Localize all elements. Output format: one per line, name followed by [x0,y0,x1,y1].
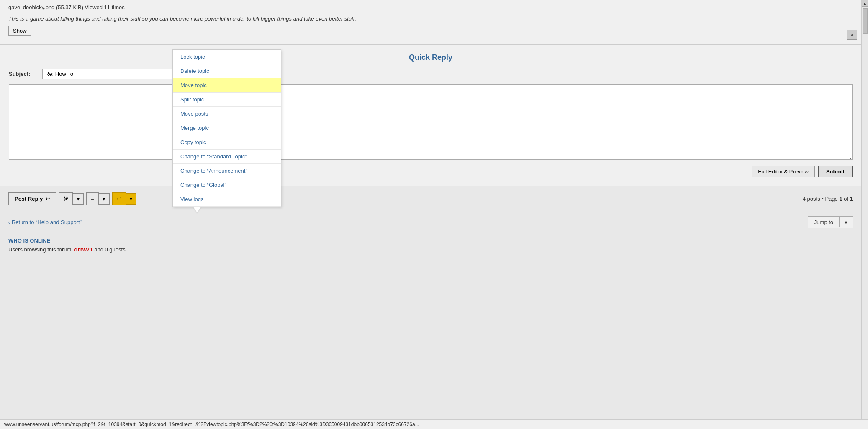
scroll-up-button[interactable]: ▲ [862,0,868,7]
menu-item-move-topic[interactable]: Move topic [173,78,281,93]
bottom-toolbar: Post Reply ↩ ⚒ ▼ ≡ ▼ [0,186,861,211]
reply-textarea[interactable] [9,84,853,160]
menu-item-move-posts[interactable]: Move posts [173,107,281,121]
online-username[interactable]: dmw71 [74,246,93,253]
return-row: ‹ Return to “Help and Support” Jump to ▼ [0,211,861,233]
form-buttons: Full Editor & Preview Submit [9,166,853,177]
submit-button[interactable]: Submit [818,166,853,177]
list-icon: ≡ [91,196,94,202]
wrench-icon: ⚒ [63,196,68,202]
chevron-up-icon: ▲ [850,32,855,38]
who-online-after: and 0 guests [93,246,126,253]
quick-reply-section: Quick Reply Subject: Full Editor & Previ… [0,44,861,186]
menu-item-lock-topic[interactable]: Lock topic [173,50,281,64]
subject-label: Subject: [9,71,42,77]
dropdown-arrow [193,207,201,212]
scroll-top-button[interactable]: ▲ [847,30,857,40]
back-arrow-icon: ‹ [8,219,12,225]
page-label: Page [825,196,837,202]
show-attachment-button[interactable]: Show [8,26,31,36]
chevron-down-icon-3: ▼ [129,196,134,202]
tools-button-group: ⚒ ▼ [59,192,84,205]
quick-reply-title: Quick Reply [9,53,853,62]
menu-item-change-announcement[interactable]: Change to “Announcement” [173,164,281,178]
context-menu: Lock topic Delete topic Move topic Split… [172,49,281,207]
scrollbar-thumb[interactable] [863,8,868,34]
return-link[interactable]: ‹ Return to “Help and Support” [8,219,82,225]
total-pages: 1 [850,196,853,202]
jump-to-dropdown-icon: ▼ [839,217,853,227]
action-button[interactable]: ↩ [112,192,126,205]
menu-item-view-logs[interactable]: View logs [173,192,281,207]
action-icon: ↩ [117,196,121,202]
editor-preview-button[interactable]: Full Editor & Preview [752,166,815,177]
action-dropdown-button[interactable]: ▼ [126,193,137,205]
of-label: of [844,196,848,202]
posts-count: 4 posts [803,196,820,202]
tools-dropdown-button[interactable]: ▼ [73,193,84,205]
menu-item-delete-topic[interactable]: Delete topic [173,64,281,78]
menu-item-split-topic[interactable]: Split topic [173,93,281,107]
who-online-text: Users browsing this forum: dmw71 and 0 g… [8,246,853,253]
who-online-before: Users browsing this forum: [8,246,74,253]
reply-icon: ↩ [45,196,50,202]
attachment-description: This is a game about killing things and … [8,16,853,22]
jump-to-button[interactable]: Jump to ▼ [808,216,853,228]
who-online-section: WHO IS ONLINE Users browsing this forum:… [0,233,861,257]
subject-row: Subject: [9,69,853,79]
status-url: www.unseenservant.us/forum/mcp.php?f=2&t… [4,421,419,427]
who-online-title: WHO IS ONLINE [8,238,853,244]
scrollbar: ▲ ▼ [861,0,868,429]
chevron-down-icon: ▼ [76,196,80,202]
scrollbar-track[interactable] [862,7,868,422]
chevron-down-icon-2: ▼ [102,196,106,202]
menu-item-copy-topic[interactable]: Copy topic [173,135,281,150]
tools-button[interactable]: ⚒ [59,192,73,205]
sort-button[interactable]: ≡ [86,192,99,205]
posts-info: 4 posts • Page 1 of 1 [803,196,853,202]
jump-to-label: Jump to [808,217,839,228]
attachment-filename: gavel doohicky.png (55.37 KiB) Viewed 11… [8,4,853,10]
post-reply-button[interactable]: Post Reply ↩ [8,192,56,205]
menu-item-change-global[interactable]: Change to “Global” [173,178,281,192]
return-link-text: Return to “Help and Support” [12,219,82,225]
sort-button-group: ≡ ▼ [86,192,109,205]
sort-dropdown-button[interactable]: ▼ [99,193,110,205]
post-reply-label: Post Reply [15,196,43,202]
current-page: 1 [839,196,842,202]
action-button-group: ↩ ▼ [112,192,137,205]
menu-item-merge-topic[interactable]: Merge topic [173,121,281,135]
attachment-section: gavel doohicky.png (55.37 KiB) Viewed 11… [0,0,861,44]
status-bar: www.unseenservant.us/forum/mcp.php?f=2&t… [0,419,868,429]
menu-item-change-standard[interactable]: Change to “Standard Topic” [173,150,281,164]
